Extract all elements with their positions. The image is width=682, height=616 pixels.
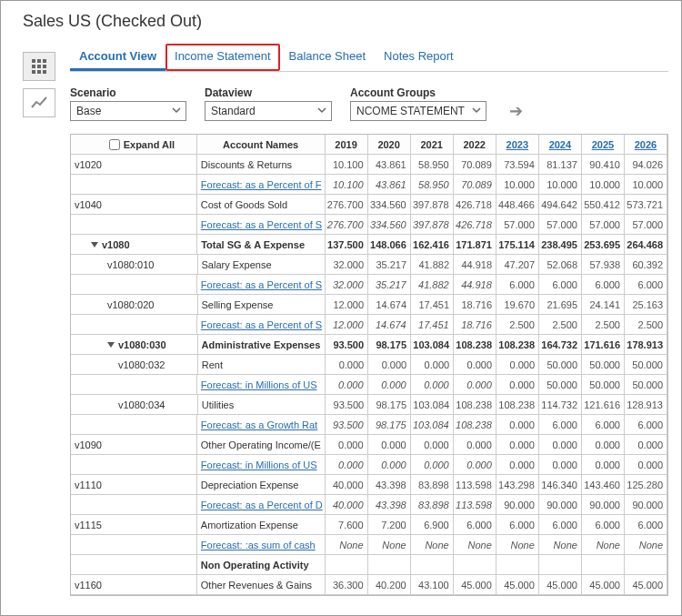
account-code-cell (71, 495, 197, 514)
tab-account-view[interactable]: Account View (70, 44, 165, 71)
value-cell: 6.000 (625, 515, 667, 534)
table-row: Forecast: in Millions of US0.0000.0000.0… (71, 375, 667, 395)
value-cell: 47.207 (496, 255, 539, 274)
account-code: v1080:034 (118, 399, 165, 410)
value-cell: 171.616 (582, 335, 625, 354)
forecast-value-cell: 108.238 (454, 415, 496, 434)
forecast-link[interactable]: Forecast: as a Percent of S (201, 279, 322, 290)
scenario-select[interactable]: Base (70, 101, 186, 121)
account-code-cell: v1115 (71, 515, 197, 534)
forecast-value-cell: 58.950 (411, 175, 454, 194)
value-cell: 45.000 (625, 575, 667, 594)
table-row: Forecast: in Millions of US0.0000.0000.0… (71, 455, 667, 475)
value-cell: 164.732 (539, 335, 582, 354)
account-code-cell (71, 215, 197, 234)
forecast-link[interactable]: Forecast: as a Percent of S (201, 319, 322, 330)
value-cell: None (539, 535, 582, 554)
chevron-down-icon (171, 105, 182, 118)
value-cell: 10.000 (625, 175, 667, 194)
table-row: v1080:034Utilities93.50098.175103.084108… (71, 395, 667, 415)
account-name-cell: Other Revenues & Gains (197, 575, 326, 594)
forecast-value-cell: 397.878 (411, 215, 454, 234)
value-cell: 73.594 (496, 155, 539, 174)
chart-view-icon-button[interactable] (23, 88, 55, 117)
account-name: Administrative Expenses (202, 339, 321, 350)
tree-toggle-icon[interactable] (107, 342, 115, 348)
forecast-value-cell: 276.700 (326, 215, 368, 234)
account-code: v1040 (75, 199, 102, 210)
account-code-cell: v1160 (71, 575, 197, 594)
col-year-link[interactable]: 2023 (496, 135, 539, 154)
grid-view-icon-button[interactable] (23, 52, 55, 81)
value-cell (625, 555, 667, 574)
account-name-cell: Administrative Expenses (198, 335, 326, 354)
tab-income-statement[interactable]: Income Statement (165, 44, 280, 71)
forecast-value-cell: 98.175 (368, 415, 411, 434)
value-cell: 14.674 (368, 295, 411, 314)
forecast-value-cell: 43.398 (368, 495, 411, 514)
value-cell: 57.000 (496, 215, 539, 234)
tab-notes-report[interactable]: Notes Report (375, 44, 463, 71)
dataview-select[interactable]: Standard (205, 101, 332, 121)
value-cell: 52.068 (539, 255, 582, 274)
value-cell: 125.280 (625, 475, 667, 494)
value-cell: 83.898 (411, 475, 454, 494)
forecast-value-cell: 93.500 (326, 415, 368, 434)
value-cell: 36.300 (326, 575, 368, 594)
value-cell: 50.000 (625, 355, 667, 374)
value-cell (368, 555, 411, 574)
value-cell: 0.000 (539, 455, 582, 474)
account-code-cell (71, 455, 197, 474)
account-code-cell: v1110 (71, 475, 197, 494)
value-cell: 6.000 (582, 275, 625, 294)
col-year-link[interactable]: 2024 (539, 135, 582, 154)
value-cell: 175.114 (496, 235, 539, 254)
value-cell: 60.392 (625, 255, 667, 274)
value-cell: 90.000 (582, 495, 625, 514)
value-cell: 113.598 (454, 475, 496, 494)
value-cell: 6.000 (582, 415, 625, 434)
value-cell: 57.000 (582, 215, 625, 234)
account-name: Total SG & A Expense (201, 239, 305, 250)
grid-icon (31, 58, 47, 75)
forecast-link[interactable]: Forecast: in Millions of US (201, 459, 317, 470)
forecast-value-cell: 0.000 (368, 375, 411, 394)
expand-all-label: Expand All (124, 139, 175, 150)
account-code-cell: v1080:032 (71, 355, 198, 374)
value-cell: 334.560 (368, 195, 411, 214)
forecast-value-cell: 17.451 (411, 315, 454, 334)
tab-balance-sheet[interactable]: Balance Sheet (280, 44, 376, 71)
forecast-link[interactable]: Forecast: :as sum of cash (201, 540, 316, 550)
value-cell: 57.000 (625, 215, 667, 234)
account-groups-select[interactable]: NCOME STATEMENT (350, 101, 486, 121)
table-row: v1090Other Operating Income/(E0.0000.000… (71, 435, 667, 455)
account-name-cell: Other Operating Income/(E (197, 435, 326, 454)
tree-toggle-icon[interactable] (91, 242, 98, 247)
go-arrow-button[interactable]: ➔ (505, 101, 527, 121)
value-cell: 45.000 (582, 575, 625, 594)
value-cell (411, 555, 454, 574)
value-cell: 494.642 (539, 195, 582, 214)
forecast-link[interactable]: Forecast: as a Growth Rat (201, 419, 317, 430)
forecast-link[interactable]: Forecast: as a Percent of D (201, 500, 323, 510)
table-row: Forecast: as a Growth Rat93.50098.175103… (71, 415, 667, 435)
value-cell: 6.000 (539, 415, 582, 434)
value-cell: 98.175 (368, 395, 411, 414)
chevron-down-icon (471, 105, 482, 118)
account-code-cell (71, 175, 197, 194)
account-name-cell: Forecast: as a Percent of S (197, 275, 326, 294)
expand-all-checkbox[interactable]: Expand All (109, 139, 175, 150)
col-year-link[interactable]: 2025 (582, 135, 625, 154)
expand-all-input[interactable] (109, 139, 120, 150)
col-year: 2021 (411, 135, 454, 154)
forecast-link[interactable]: Forecast: in Millions of US (201, 379, 317, 390)
forecast-value-cell: 0.000 (411, 375, 454, 394)
value-cell: 171.871 (454, 235, 496, 254)
value-cell: 58.950 (411, 155, 454, 174)
value-cell: 103.084 (411, 335, 454, 354)
forecast-link[interactable]: Forecast: as a Percent of F (201, 179, 322, 190)
value-cell: 2.500 (625, 315, 667, 334)
col-year-link[interactable]: 2026 (625, 135, 667, 154)
forecast-link[interactable]: Forecast: as a Percent of S (201, 219, 322, 230)
account-code-cell: v1020 (71, 155, 197, 174)
